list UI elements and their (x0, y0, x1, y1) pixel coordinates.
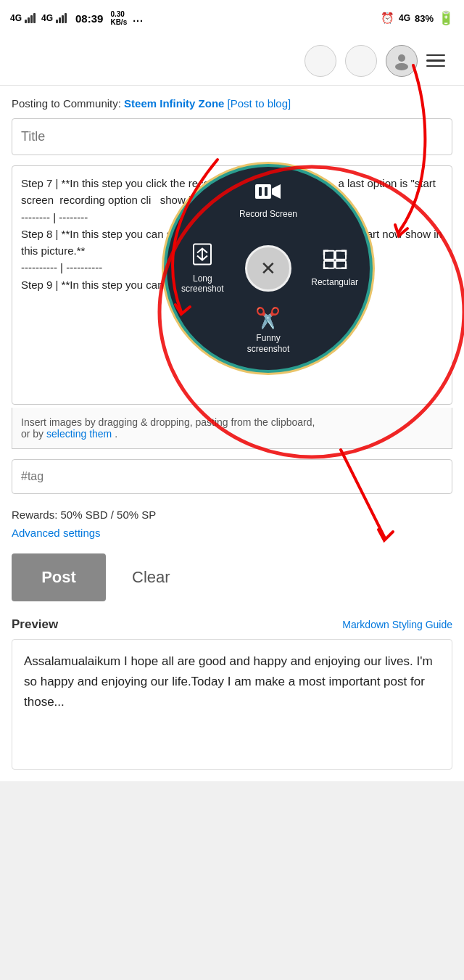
svg-rect-3 (259, 187, 262, 196)
title-input[interactable] (12, 118, 452, 155)
svg-rect-6 (324, 251, 334, 260)
data-speed: 0.30 KB/s (110, 10, 127, 26)
image-drop-zone: Insert images by dragging & dropping, pa… (12, 408, 452, 449)
svg-rect-4 (265, 187, 268, 196)
hamburger-menu[interactable] (426, 48, 452, 74)
screenshot-circle: Record Screen Long screenshot ✕ (167, 167, 370, 370)
status-left: 4G 4G 08:39 0.30 KB/s ... (10, 10, 144, 26)
status-time: 08:39 (75, 12, 103, 25)
community-name[interactable]: Steem Infinity Zone (124, 97, 224, 110)
record-screen-item[interactable]: Record Screen (239, 181, 297, 219)
image-drop-text2: or by (21, 428, 44, 440)
svg-rect-8 (324, 261, 334, 268)
image-drop-end: . (115, 428, 117, 440)
select-images-link[interactable]: selecting them (46, 428, 112, 440)
funny-screenshot-label: Funny screenshot (247, 333, 290, 354)
long-screenshot-label: Long screenshot (181, 273, 224, 295)
svg-rect-7 (336, 251, 346, 260)
svg-rect-2 (255, 184, 271, 199)
close-icon: ✕ (260, 258, 276, 280)
battery-icon: 🔋 (438, 10, 454, 26)
rectangular-icon (323, 250, 347, 274)
preview-header: Preview Markdown Styling Guide (12, 617, 452, 632)
long-screenshot-icon (192, 243, 212, 271)
funny-screenshot-icon: ✂️ (255, 306, 281, 330)
signal-strength-1: 4G (10, 13, 22, 23)
signal-bars-2 (56, 13, 67, 23)
preview-content: Assalamualaikum I hope all are good and … (12, 639, 452, 770)
nav-avatar[interactable] (386, 45, 418, 77)
battery-percent: 83% (415, 13, 434, 24)
long-screenshot-item[interactable]: Long screenshot (181, 243, 224, 295)
status-bar: 4G 4G 08:39 0.30 KB/s ... ⏰ 4G 83% 🔋 (0, 0, 464, 36)
svg-point-1 (395, 63, 408, 70)
more-dots: ... (133, 12, 144, 24)
advanced-settings-link[interactable]: Advanced settings (12, 527, 452, 539)
tag-input[interactable] (12, 459, 452, 494)
image-drop-text: Insert images by dragging & dropping, pa… (21, 416, 315, 428)
action-buttons: Post Clear (12, 553, 452, 601)
rewards-text: Rewards: 50% SBD / 50% SP (12, 508, 452, 521)
svg-point-0 (398, 54, 405, 62)
signal-bars-1 (25, 13, 36, 23)
network-type: 4G (399, 13, 410, 23)
posting-label: Posting to Community: (12, 97, 121, 110)
record-screen-icon (255, 181, 281, 206)
clear-button[interactable]: Clear (117, 553, 185, 601)
blog-link[interactable]: [Post to blog] (228, 97, 291, 110)
header-nav (0, 36, 464, 86)
preview-label: Preview (12, 617, 58, 632)
nav-circle-1[interactable] (304, 45, 336, 77)
status-right: ⏰ 4G 83% 🔋 (381, 10, 454, 26)
funny-screenshot-item[interactable]: ✂️ Funny screenshot (247, 306, 290, 354)
svg-rect-9 (336, 261, 346, 268)
nav-circle-2[interactable] (345, 45, 377, 77)
rectangular-item[interactable]: Rectangular (311, 250, 358, 287)
alarm-icon: ⏰ (381, 12, 394, 25)
markdown-guide-link[interactable]: Markdown Styling Guide (342, 619, 452, 630)
preview-text: Assalamualaikum I hope all are good and … (24, 654, 433, 709)
screenshot-menu: Record Screen Long screenshot ✕ (167, 167, 384, 384)
record-screen-label: Record Screen (239, 209, 297, 219)
community-line: Posting to Community: Steem Infinity Zon… (12, 97, 452, 110)
rectangular-label: Rectangular (311, 277, 358, 287)
close-button[interactable]: ✕ (245, 245, 291, 292)
signal-strength-2: 4G (41, 13, 53, 23)
post-button[interactable]: Post (12, 553, 106, 601)
